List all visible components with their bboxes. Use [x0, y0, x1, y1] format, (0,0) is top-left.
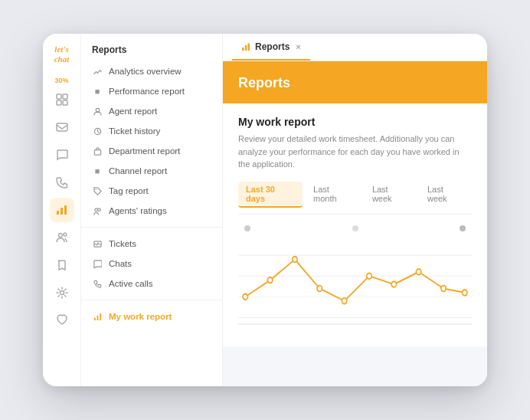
svg-point-37: [463, 290, 467, 296]
rail-mail-icon[interactable]: [50, 115, 74, 139]
svg-point-28: [243, 294, 247, 300]
svg-rect-1: [63, 94, 67, 99]
svg-point-8: [58, 234, 62, 238]
rail-barchart-icon[interactable]: [50, 198, 74, 222]
agents-ratings-icon: [92, 205, 103, 216]
time-tab-last-week[interactable]: Last week: [365, 182, 417, 208]
reports-header-title: Reports: [238, 75, 472, 91]
svg-rect-7: [64, 205, 67, 215]
tab-bar: Reports ×: [223, 34, 487, 61]
reports-body: My work report Review your detailed work…: [223, 103, 487, 346]
time-tab-last-week2[interactable]: Last week: [420, 182, 472, 208]
rail-settings-icon[interactable]: [50, 281, 74, 305]
sidebar-item-ticket-history[interactable]: Ticket history: [81, 121, 222, 141]
my-work-report-icon: [92, 311, 103, 322]
svg-rect-6: [61, 208, 63, 215]
rail-grid-icon[interactable]: [50, 87, 74, 112]
agent-icon: [92, 106, 103, 116]
svg-rect-21: [242, 48, 244, 51]
rail-book-icon[interactable]: [50, 253, 74, 277]
time-tab-last-month[interactable]: Last month: [306, 182, 362, 208]
tag-icon: [92, 185, 103, 196]
sidebar-item-department[interactable]: Department report: [81, 141, 222, 161]
reports-header: Reports: [223, 61, 487, 103]
sidebar-item-agent[interactable]: Agent report: [81, 101, 222, 121]
sidebar-item-label: My work report: [109, 312, 172, 321]
svg-rect-2: [57, 100, 61, 105]
sidebar-item-label: Channel report: [109, 166, 167, 176]
sidebar-divider: [81, 227, 222, 228]
sidebar-item-label: Chats: [109, 259, 132, 268]
svg-point-10: [60, 291, 64, 295]
sidebar-item-agents-ratings[interactable]: Agents' ratings: [81, 201, 222, 221]
sidebar-item-chats[interactable]: Chats: [81, 254, 222, 274]
active-calls-icon: [92, 278, 103, 289]
svg-rect-5: [57, 211, 59, 215]
svg-rect-20: [100, 313, 101, 320]
sidebar-item-analytics[interactable]: Analytics overview: [81, 61, 222, 81]
svg-point-14: [95, 189, 96, 189]
work-report-description: Review your detailed work timesheet. Add…: [238, 133, 472, 171]
sidebar-item-label: Department report: [109, 146, 180, 156]
reports-panel: Reports My work report Review your detai…: [223, 61, 487, 386]
department-icon: [92, 146, 103, 156]
sidebar-item-channel[interactable]: ■ Channel report: [81, 161, 222, 181]
legend-dot-1: [244, 225, 250, 231]
legend-item-1: [244, 225, 250, 231]
legend-item-3: [460, 225, 466, 231]
svg-rect-4: [57, 123, 67, 131]
sidebar-item-tickets[interactable]: Tickets: [81, 234, 222, 254]
sidebar-item-label: Active calls: [109, 279, 153, 288]
svg-rect-22: [245, 45, 247, 51]
rail-phone-icon[interactable]: [50, 170, 74, 195]
sidebar: Reports Analytics overview ■ Performance…: [81, 34, 223, 386]
sidebar-item-label: Ticket history: [109, 126, 160, 136]
sidebar-item-my-work-report[interactable]: My work report: [81, 307, 222, 326]
tab-reports[interactable]: Reports ×: [232, 34, 310, 61]
sidebar-item-tag[interactable]: Tag report: [81, 181, 222, 201]
sidebar-item-active-calls[interactable]: Active calls: [81, 274, 222, 294]
chart-legend: [238, 225, 472, 231]
svg-rect-23: [248, 43, 250, 51]
time-tab-30days[interactable]: Last 30 days: [238, 182, 303, 208]
svg-point-36: [441, 285, 446, 291]
svg-point-9: [64, 233, 67, 236]
sidebar-item-label: Tag report: [109, 186, 149, 195]
svg-rect-13: [94, 149, 100, 154]
rail-heart-icon[interactable]: [50, 308, 74, 333]
tab-barchart-icon: [241, 42, 250, 51]
channel-icon: ■: [92, 166, 103, 176]
sidebar-item-label: Agent report: [109, 107, 157, 116]
tab-label: Reports: [255, 41, 290, 52]
svg-point-33: [367, 273, 371, 279]
rail-people-icon[interactable]: [50, 225, 74, 250]
svg-point-32: [342, 297, 346, 304]
tab-close-button[interactable]: ×: [296, 42, 300, 51]
legend-dot-3: [460, 225, 466, 231]
rail-badge: 30%: [54, 77, 68, 84]
svg-point-11: [96, 108, 100, 112]
svg-rect-19: [97, 315, 98, 320]
svg-point-34: [391, 281, 396, 287]
sidebar-item-label: Performance report: [109, 87, 185, 96]
sidebar-divider-2: [81, 300, 222, 300]
chart-area: [238, 235, 472, 334]
performance-icon: ■: [92, 86, 103, 97]
tickets-icon: [92, 238, 103, 249]
svg-rect-0: [57, 94, 61, 99]
sidebar-item-label: Tickets: [109, 239, 136, 248]
rail-chat-icon[interactable]: [50, 143, 74, 167]
svg-point-30: [293, 256, 297, 262]
brand-logo: let's chat: [47, 44, 77, 64]
icon-rail: let's chat 30%: [43, 34, 81, 386]
time-tabs: Last 30 days Last month Last week Last w…: [238, 182, 472, 215]
main-content: Reports × Reports My work report Review …: [223, 34, 487, 386]
legend-dot-2: [352, 225, 358, 231]
analytics-icon: [92, 66, 103, 77]
sidebar-item-performance[interactable]: ■ Performance report: [81, 81, 222, 101]
svg-point-16: [97, 208, 100, 211]
svg-point-31: [317, 285, 322, 291]
ticket-history-icon: [92, 126, 103, 136]
svg-rect-3: [63, 100, 67, 105]
svg-rect-18: [93, 317, 95, 320]
